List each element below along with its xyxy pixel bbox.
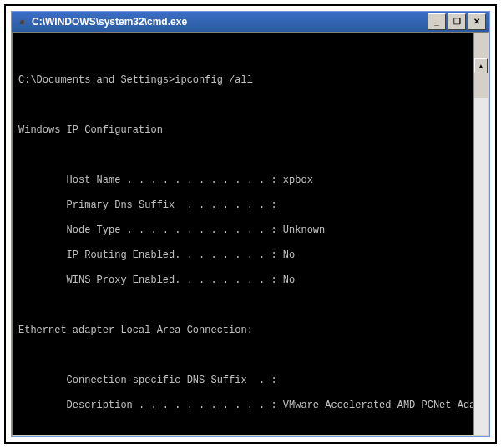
scroll-track[interactable] <box>474 98 488 436</box>
scroll-up-button[interactable]: ▲ <box>474 58 488 73</box>
cmd-icon: ◾ <box>15 15 28 28</box>
desc-label: Description . . . . . . . . . . . : <box>18 400 283 411</box>
node-type-row: Node Type . . . . . . . . . . . . : Unkn… <box>18 224 483 237</box>
window-title: C:\WINDOWS\system32\cmd.exe <box>32 16 428 28</box>
maximize-button[interactable]: ❐ <box>448 13 466 30</box>
blank-line <box>18 49 483 62</box>
conn-dns-row: Connection-specific DNS Suffix . : <box>18 375 483 387</box>
hostname-label: Host Name . . . . . . . . . . . . : <box>18 174 283 186</box>
adapter-header: Ethernet adapter Local Area Connection: <box>18 325 483 337</box>
iprouting-label: IP Routing Enabled. . . . . . . . : <box>18 249 283 261</box>
console-output[interactable]: C:\Documents and Settings>ipconfig /all … <box>12 32 489 436</box>
blank-line <box>18 425 483 436</box>
hostname-row: Host Name . . . . . . . . . . . . : xpbo… <box>18 174 483 187</box>
blank-line <box>18 149 483 162</box>
titlebar: ◾ C:\WINDOWS\system32\cmd.exe _ ❐ ✕ <box>12 12 489 32</box>
wins-value: No <box>283 274 295 286</box>
window-controls: _ ❐ ✕ <box>428 13 486 30</box>
blank-line <box>18 99 483 112</box>
primary-dns-row: Primary Dns Suffix . . . . . . . : <box>18 199 483 212</box>
section-header: Windows IP Configuration <box>18 124 483 137</box>
blank-line <box>18 350 483 362</box>
prompt-line: C:\Documents and Settings>ipconfig /all <box>18 74 483 87</box>
hostname-value: xpbox <box>283 174 313 186</box>
desc-value: VMware Accelerated AMD PCNet Adapter <box>283 400 489 411</box>
minimize-button[interactable]: _ <box>428 13 446 30</box>
prompt: C:\Documents and Settings> <box>18 74 175 86</box>
iprouting-value: No <box>283 249 295 261</box>
command: ipconfig /all <box>175 74 253 86</box>
node-value: Unknown <box>283 224 325 236</box>
blank-line <box>18 300 483 312</box>
cmd-window: ◾ C:\WINDOWS\system32\cmd.exe _ ❐ ✕ C:\D… <box>11 11 490 437</box>
ip-routing-row: IP Routing Enabled. . . . . . . . : No <box>18 249 483 262</box>
vertical-scrollbar[interactable]: ▲ ▼ <box>473 33 488 435</box>
description-row: Description . . . . . . . . . . . : VMwa… <box>18 400 483 412</box>
close-button[interactable]: ✕ <box>468 13 486 30</box>
wins-label: WINS Proxy Enabled. . . . . . . . : <box>18 274 283 286</box>
screenshot-frame: ◾ C:\WINDOWS\system32\cmd.exe _ ❐ ✕ C:\D… <box>4 4 497 444</box>
wins-proxy-row: WINS Proxy Enabled. . . . . . . . : No <box>18 274 483 287</box>
node-label: Node Type . . . . . . . . . . . . : <box>18 224 283 236</box>
